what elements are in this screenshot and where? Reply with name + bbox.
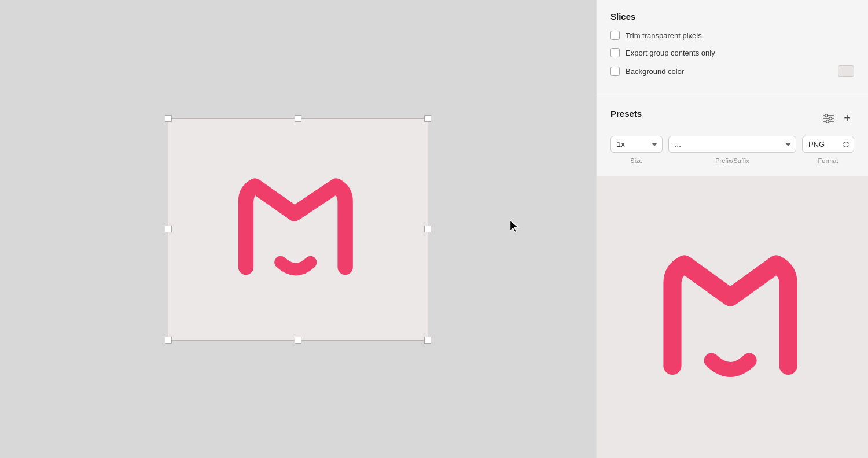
- handle-middle-left[interactable]: [165, 226, 172, 232]
- svg-point-5: [826, 120, 829, 123]
- bg-color-label: Background color: [626, 67, 684, 76]
- slices-title: Slices: [610, 12, 854, 21]
- bg-color-checkbox[interactable]: [610, 67, 620, 76]
- presets-section: Presets + 1x 0.5x: [597, 97, 868, 176]
- trim-transparent-checkbox[interactable]: [610, 31, 620, 40]
- format-select[interactable]: PNG JPG TIFF PDF WebP SVG: [802, 136, 854, 153]
- preset-row: 1x 0.5x 2x 3x 4x ... @1x @2x @3x PNG JPG…: [610, 136, 854, 153]
- bg-color-swatch[interactable]: [838, 65, 854, 77]
- handle-bottom-center[interactable]: [295, 337, 301, 344]
- presets-actions: +: [822, 112, 854, 125]
- trim-transparent-row: Trim transparent pixels: [610, 31, 854, 40]
- svg-point-4: [829, 117, 832, 120]
- presets-header: Presets +: [610, 109, 854, 128]
- size-select[interactable]: 1x 0.5x 2x 3x 4x: [610, 136, 663, 153]
- filter-icon[interactable]: [822, 112, 836, 125]
- preview-area: [597, 176, 868, 458]
- handle-middle-right[interactable]: [424, 226, 431, 232]
- logo-graphic: [229, 160, 367, 298]
- canvas-area: [0, 0, 596, 458]
- size-label: Size: [610, 157, 663, 164]
- prefix-suffix-label: Prefix/Suffix: [668, 157, 796, 164]
- artboard-inner: [168, 118, 428, 341]
- handle-top-right[interactable]: [424, 115, 431, 122]
- handle-top-left[interactable]: [165, 115, 172, 122]
- preset-labels: Size Prefix/Suffix Format: [610, 157, 854, 164]
- presets-title: Presets: [610, 109, 642, 119]
- artboard[interactable]: [168, 118, 428, 341]
- right-panel: Slices Trim transparent pixels Export gr…: [596, 0, 868, 458]
- svg-point-3: [825, 114, 828, 117]
- slices-section: Slices Trim transparent pixels Export gr…: [597, 0, 868, 97]
- export-group-row: Export group contents only: [610, 48, 854, 57]
- handle-bottom-left[interactable]: [165, 337, 172, 344]
- handle-bottom-right[interactable]: [424, 337, 431, 344]
- export-group-checkbox[interactable]: [610, 48, 620, 57]
- trim-transparent-label: Trim transparent pixels: [626, 31, 702, 40]
- mouse-cursor: [509, 220, 521, 234]
- bg-color-row: Background color: [610, 65, 854, 77]
- add-preset-icon[interactable]: +: [840, 112, 854, 125]
- preview-logo: [657, 242, 808, 392]
- export-group-label: Export group contents only: [626, 49, 715, 57]
- suffix-select[interactable]: ... @1x @2x @3x: [668, 136, 796, 153]
- handle-top-center[interactable]: [295, 115, 301, 122]
- format-label: Format: [802, 157, 854, 164]
